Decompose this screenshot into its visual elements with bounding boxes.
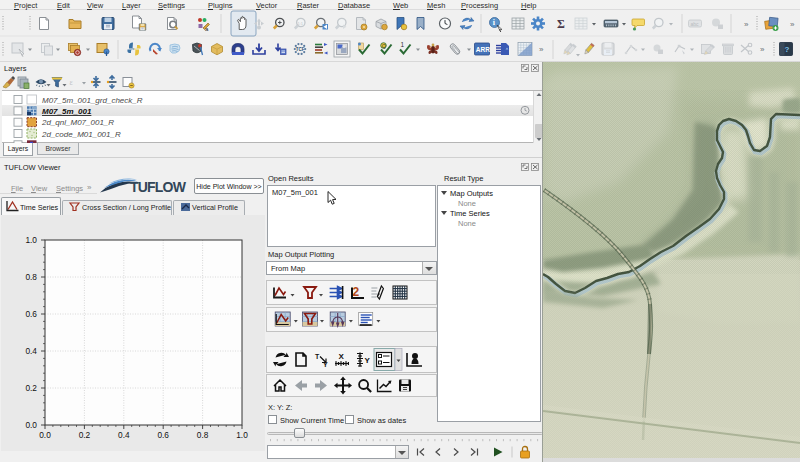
svg-text:Cross Section / Long Profile: Cross Section / Long Profile (82, 203, 171, 212)
svg-text:Vertical Profile: Vertical Profile (192, 203, 238, 212)
svg-text:M07_5m_001_grd_check_R: M07_5m_001_grd_check_R (42, 96, 143, 105)
svg-text:0.4: 0.4 (118, 430, 130, 440)
svg-text:2d_code_M01_001_R: 2d_code_M01_001_R (41, 130, 121, 139)
svg-text:»: » (760, 45, 765, 54)
svg-text:None: None (458, 199, 476, 208)
svg-text:0.0: 0.0 (25, 420, 37, 430)
svg-text:0.6: 0.6 (157, 430, 169, 440)
svg-text:2d_qnl_M07_001_R: 2d_qnl_M07_001_R (41, 118, 114, 127)
svg-text:?: ? (785, 45, 790, 54)
svg-text:Σ: Σ (557, 17, 565, 31)
svg-text:X: X (339, 352, 345, 361)
svg-text:0.6: 0.6 (25, 309, 37, 319)
svg-text:»: » (539, 45, 544, 54)
svg-text:Time Series: Time Series (450, 209, 490, 218)
svg-text:M07_5m_001: M07_5m_001 (42, 107, 92, 116)
svg-text:ε: ε (70, 78, 74, 87)
svg-text:abc: abc (691, 21, 700, 27)
svg-text:Y: Y (365, 356, 371, 365)
svg-text:»: » (790, 20, 795, 29)
svg-text:T: T (315, 353, 320, 360)
svg-text:Y: Y (323, 361, 328, 368)
svg-text:Time Series: Time Series (20, 203, 58, 212)
svg-text:2: 2 (353, 285, 360, 299)
svg-text:None: None (458, 219, 476, 228)
svg-text:0.2: 0.2 (79, 430, 91, 440)
svg-text:0.8: 0.8 (197, 430, 209, 440)
svg-text:Map Outputs: Map Outputs (450, 189, 493, 198)
svg-text:Q: Q (382, 43, 387, 49)
svg-text:1.0: 1.0 (236, 430, 248, 440)
svg-text:0.4: 0.4 (25, 346, 37, 356)
svg-text:1.0: 1.0 (25, 235, 37, 245)
svg-text:TUFLOW: TUFLOW (130, 179, 187, 195)
svg-text:0.2: 0.2 (25, 383, 37, 393)
svg-text:0.0: 0.0 (39, 430, 51, 440)
svg-text:0.8: 0.8 (25, 272, 37, 282)
svg-text:1: 1 (401, 41, 405, 48)
svg-text:1:1: 1:1 (298, 21, 304, 26)
svg-text:TCF: TCF (296, 47, 305, 52)
svg-text:»: » (744, 20, 749, 29)
svg-text:ARR: ARR (476, 46, 490, 53)
